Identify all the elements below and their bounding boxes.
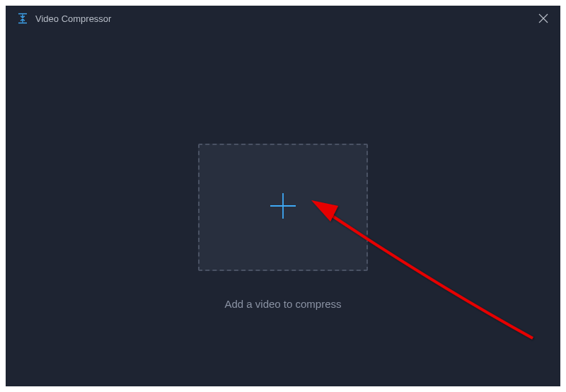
main-content: Add a video to compress	[6, 31, 560, 386]
app-window: Video Compressor Add a video to compress	[6, 6, 560, 386]
plus-icon	[267, 190, 299, 224]
compress-icon	[17, 13, 28, 24]
app-title: Video Compressor	[35, 13, 111, 24]
close-button[interactable]	[535, 10, 552, 27]
titlebar: Video Compressor	[6, 6, 560, 31]
add-video-dropzone[interactable]	[198, 144, 368, 271]
instruction-text: Add a video to compress	[224, 298, 341, 310]
close-icon	[538, 13, 548, 23]
